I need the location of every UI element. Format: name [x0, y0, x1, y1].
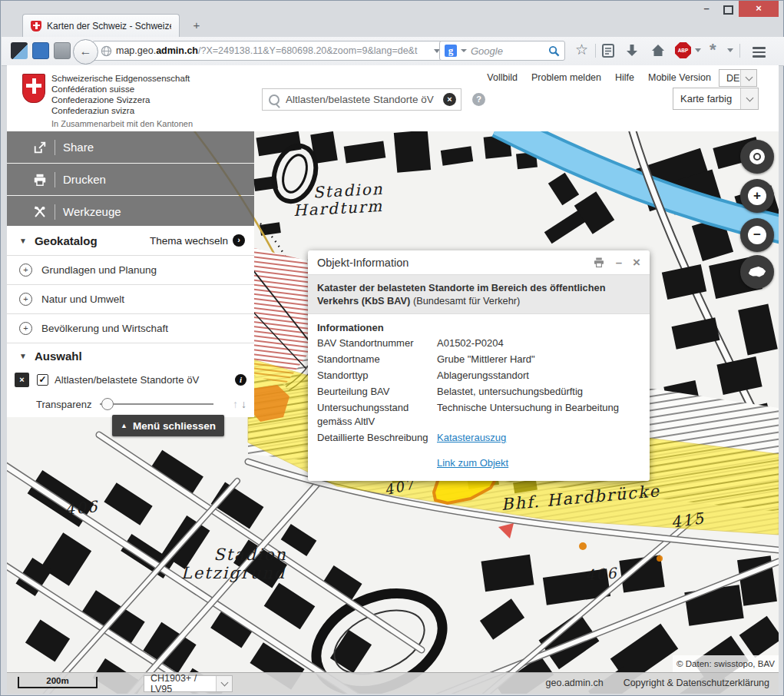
zoom-in-button[interactable]: +	[740, 179, 774, 213]
logo-line-3: Confederazione Svizzera	[51, 94, 193, 105]
addon-dropdown-icon[interactable]	[727, 48, 733, 52]
logo-line-4: Confederaziun svizra	[51, 105, 193, 116]
row-label: Detaillierte Beschreibung	[317, 431, 431, 445]
collapse-triangle-icon: ▼	[19, 352, 27, 360]
copyright-link[interactable]: Copyright & Datenschutzerklärung	[624, 678, 769, 688]
link-mobile-version[interactable]: Mobile Version	[648, 72, 711, 83]
downloads-icon[interactable]	[625, 43, 639, 58]
back-button[interactable]: ←	[73, 39, 98, 65]
svg-text:406: 406	[64, 497, 99, 519]
toolbar-divider-2	[739, 44, 740, 58]
print-icon	[30, 173, 50, 187]
logo-subtitle: In Zusammenarbeit mit den Kantonen	[51, 119, 193, 128]
tools-button[interactable]: Werkzeuge	[7, 196, 254, 227]
web-search-bar[interactable]: g Google	[439, 41, 565, 61]
popup-section-title: Informationen	[317, 322, 384, 333]
addon-icon[interactable]: *	[710, 40, 716, 60]
toolbar-divider	[595, 44, 596, 58]
print-button[interactable]: Drucken	[7, 164, 254, 195]
window-minimize-button[interactable]: –	[696, 1, 717, 17]
extension-icon-1[interactable]	[11, 42, 28, 59]
remove-layer-icon[interactable]: ×	[15, 373, 29, 387]
expand-plus-icon: +	[19, 263, 32, 277]
background-layer-select[interactable]: Karte farbig	[673, 88, 759, 110]
adblock-dropdown-icon[interactable]	[695, 48, 701, 52]
popup-subtitle: Kataster der belasteten Standorte im Ber…	[308, 274, 650, 314]
search-clear-icon[interactable]: ×	[443, 93, 456, 106]
geolocate-button[interactable]	[740, 140, 774, 174]
popup-body: Informationen BAV Standortnummer A01502-…	[308, 314, 650, 481]
expand-plus-icon: +	[19, 322, 32, 335]
share-icon	[30, 141, 50, 154]
projection-select[interactable]: CH1903+ / LV95	[144, 675, 233, 692]
default-extent-button[interactable]	[740, 255, 774, 289]
auswahl-header[interactable]: ▼ Auswahl	[7, 343, 254, 368]
geokatalog-header[interactable]: ▼ Geokatalog Thema wechseln ›	[7, 226, 254, 255]
logo-line-2: Confédération suisse	[51, 84, 193, 94]
extension-icon-3[interactable]	[54, 42, 71, 59]
language-select[interactable]: DE	[719, 69, 757, 87]
geoadmin-link[interactable]: geo.admin.ch	[546, 678, 604, 688]
svg-text:406: 406	[584, 564, 618, 584]
window-close-button[interactable]: ×	[739, 1, 779, 17]
geolocate-icon	[749, 149, 765, 164]
theme-switch-link[interactable]: Thema wechseln ›	[150, 234, 245, 247]
popup-minimize-icon[interactable]: –	[616, 257, 622, 268]
search-input[interactable]	[284, 93, 443, 106]
row-label: BAV Standortnummer	[317, 336, 431, 350]
layer-down-icon[interactable]: ↓	[241, 398, 246, 410]
map-attribution: © Daten: swisstopo, BAV	[673, 655, 779, 672]
row-label: Untersuchungsstand gemäss AltlV	[317, 401, 431, 429]
layer-up-icon[interactable]: ↑	[233, 398, 238, 410]
home-icon[interactable]	[650, 43, 666, 58]
maximize-icon	[723, 5, 733, 15]
slider-thumb[interactable]	[101, 398, 114, 410]
bookmark-star-icon[interactable]: ☆	[575, 41, 588, 58]
logo-line-1: Schweizerische Eidgenossenschaft	[51, 73, 193, 84]
expand-plus-icon: +	[19, 293, 32, 306]
map-search-field[interactable]: ×	[262, 88, 461, 111]
swiss-favicon-icon	[31, 21, 41, 31]
globe-icon	[101, 45, 112, 57]
popup-close-icon[interactable]: ×	[633, 256, 640, 269]
adblock-icon[interactable]: ABP	[675, 42, 691, 58]
bookmarks-list-icon[interactable]	[601, 43, 615, 58]
window-maximize-button[interactable]	[717, 1, 739, 17]
layer-checkbox[interactable]: ✓	[37, 374, 48, 386]
link-vollbild[interactable]: Vollbild	[487, 72, 518, 83]
row-label: Standorttyp	[317, 369, 431, 383]
scale-bar: 200m	[18, 677, 98, 688]
switzerland-outline-icon	[746, 264, 768, 280]
browser-tab[interactable]: Karten der Schweiz - Schweize...	[22, 14, 180, 37]
swiss-coat-of-arms-icon	[22, 74, 45, 103]
popup-title: Objekt-Information	[317, 257, 582, 269]
catalog-item-grundlagen[interactable]: + Grundlagen und Planung	[7, 256, 254, 284]
link-problem-melden[interactable]: Problem melden	[531, 72, 601, 83]
object-info-popup: Objekt-Information – × Kataster der bela…	[308, 250, 650, 481]
layer-info-icon[interactable]: i	[235, 374, 246, 386]
triangle-up-icon: ▲	[121, 422, 127, 429]
title-bar: Karten der Schweiz - Schweize... + – ×	[1, 1, 783, 37]
extension-icon-2[interactable]	[32, 42, 49, 59]
catalog-item-natur[interactable]: + Natur und Umwelt	[7, 285, 254, 313]
link-hilfe[interactable]: Hilfe	[615, 72, 634, 83]
google-icon: g	[445, 45, 457, 57]
url-path: /?X=249138.11&Y=680698.20&zoom=9&lang=de…	[198, 45, 417, 56]
zoom-out-button[interactable]: −	[740, 218, 774, 252]
object-link[interactable]: Link zum Objekt	[437, 457, 508, 469]
transparency-slider[interactable]	[100, 403, 213, 405]
popup-print-icon[interactable]	[593, 257, 605, 268]
url-bar[interactable]: map.geo.admin.ch/?X=249138.11&Y=680698.2…	[92, 41, 462, 61]
help-icon[interactable]: ?	[472, 93, 485, 106]
new-tab-button[interactable]: +	[187, 17, 207, 34]
katasterauszug-link[interactable]: Katasterauszug	[437, 432, 506, 443]
close-menu-button[interactable]: ▲ Menü schliessen	[112, 415, 224, 436]
search-go-icon[interactable]	[548, 45, 560, 57]
svg-text:Stadion: Stadion	[213, 545, 287, 564]
page-viewport: Stadion Hardturm Bhf. Hardbrücke Stadion…	[7, 65, 779, 694]
menu-hamburger-icon[interactable]	[753, 45, 766, 60]
search-engine-dropdown-icon[interactable]	[461, 49, 467, 52]
popup-header[interactable]: Objekt-Information – ×	[308, 250, 650, 274]
catalog-item-bevoelkerung[interactable]: + Bevölkerung und Wirtschaft	[7, 314, 254, 343]
share-button[interactable]: Share	[7, 131, 254, 163]
